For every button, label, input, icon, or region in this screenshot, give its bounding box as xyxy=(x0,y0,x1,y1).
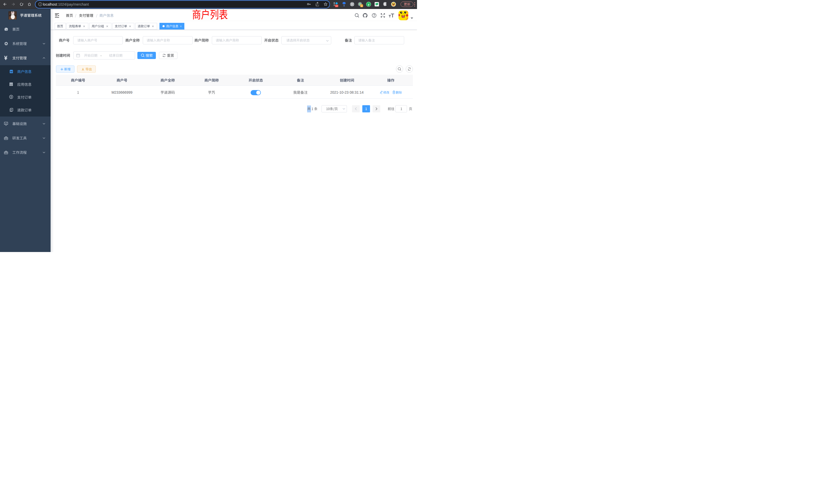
svg-text:10: 10 xyxy=(336,5,338,7)
svg-text:y: y xyxy=(368,3,370,6)
svg-text:1: 1 xyxy=(361,5,362,7)
